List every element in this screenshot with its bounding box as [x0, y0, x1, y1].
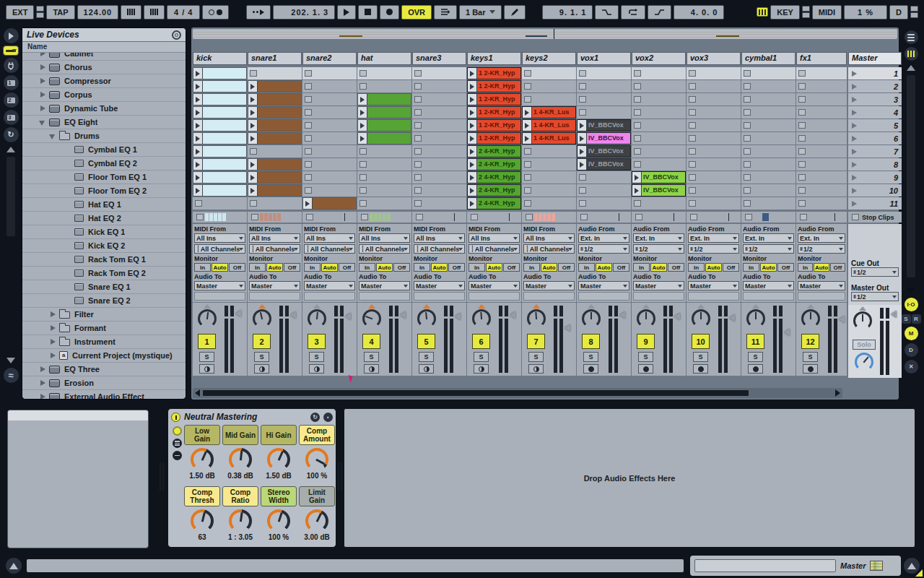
solo-button[interactable]: S	[254, 352, 269, 362]
input-type-select[interactable]: Ext. In	[578, 233, 629, 243]
monitor-off-button[interactable]: Off	[229, 263, 245, 272]
clip-play-button[interactable]	[248, 120, 258, 131]
clip-slot[interactable]	[741, 106, 796, 118]
monitor-off-button[interactable]: Off	[613, 263, 629, 272]
clip[interactable]: 1 2-KR_Hyp	[467, 80, 521, 92]
clip-stop-button[interactable]	[744, 109, 751, 116]
clip-slot[interactable]	[193, 197, 247, 210]
clip-slot[interactable]: 1 2-KR_Hyp	[467, 67, 521, 79]
clip-slot[interactable]	[796, 119, 847, 131]
macro-knob[interactable]	[229, 509, 252, 532]
macro-knob[interactable]	[267, 448, 290, 471]
track-status-row[interactable]	[522, 212, 576, 223]
clip-stop-button[interactable]	[579, 70, 586, 77]
clip-stop-button[interactable]	[414, 187, 422, 194]
clip-stop-button[interactable]	[798, 109, 806, 116]
browser-item[interactable]: Cabinet	[22, 53, 186, 61]
scene-scroll-up[interactable]	[907, 65, 915, 71]
scene-row[interactable]: 2	[848, 80, 902, 92]
clip[interactable]: 2 4-KR_Hyp	[467, 145, 521, 158]
clip-stop-button[interactable]	[416, 214, 423, 220]
clip[interactable]: 1 4-KR_Lus	[522, 119, 576, 131]
master-track-header[interactable]: Master	[848, 52, 902, 65]
arm-button[interactable]	[528, 364, 544, 374]
browser-item[interactable]: External Audio Effect	[22, 390, 186, 400]
loop-length-display[interactable]: 4. 0. 0	[674, 5, 724, 20]
volume-fader[interactable]	[554, 306, 563, 373]
clip-play-button[interactable]	[193, 107, 203, 118]
metronome-button[interactable]	[202, 5, 229, 20]
expander-collapsed-icon[interactable]	[39, 53, 47, 58]
clip[interactable]: 2 4-KR_Hyp	[467, 184, 521, 197]
arm-button[interactable]	[199, 364, 214, 374]
clip-slot[interactable]	[577, 67, 631, 79]
solo-button[interactable]: S	[419, 352, 434, 362]
tempo-display[interactable]: 124.00	[77, 5, 119, 20]
clip-stop-button[interactable]	[744, 135, 751, 142]
clip-slot[interactable]	[412, 158, 466, 171]
draw-mode-button[interactable]	[504, 5, 526, 20]
volume-fader[interactable]	[773, 306, 783, 373]
clip-stop-button[interactable]	[689, 83, 696, 90]
clip-stop-button[interactable]	[798, 200, 806, 207]
expander-collapsed-icon[interactable]	[39, 379, 47, 387]
clip-slot[interactable]	[412, 93, 466, 105]
solo-button[interactable]: S	[474, 352, 489, 362]
browser-item[interactable]: EQ Eight	[22, 116, 186, 129]
track-header[interactable]: keys2	[522, 52, 576, 65]
clip-play-button[interactable]	[468, 133, 477, 144]
clip[interactable]: 2 4-KR_Hyp	[467, 171, 521, 184]
clip-stop-button[interactable]	[744, 83, 751, 90]
clip-stop-button[interactable]	[744, 174, 751, 181]
clip-stop-button[interactable]	[798, 135, 806, 142]
monitor-in-button[interactable]: In	[194, 263, 211, 272]
browser-item[interactable]: EQ Three	[22, 363, 186, 376]
horizontal-scroll-thumb[interactable]	[203, 390, 749, 396]
clip-play-button[interactable]	[193, 94, 203, 105]
clip-stop-button[interactable]	[305, 174, 312, 181]
cpu-meter[interactable]: 1 %	[844, 5, 887, 20]
clip-stop-button[interactable]	[196, 214, 204, 220]
clip-stop-button[interactable]	[690, 214, 697, 220]
clip[interactable]: 1 2-KR_Hyp	[467, 93, 521, 105]
clip-play-button[interactable]	[632, 172, 642, 183]
input-channel-select[interactable]: ┊All Channels	[468, 244, 520, 254]
monitor-auto-button[interactable]: Auto	[814, 263, 829, 272]
clip-play-button[interactable]	[358, 120, 367, 131]
monitor-auto-button[interactable]: Auto	[541, 263, 557, 272]
clip-stop-button[interactable]	[359, 83, 367, 90]
monitor-in-button[interactable]: In	[633, 263, 650, 272]
clip[interactable]	[248, 132, 302, 144]
clip-stop-button[interactable]	[689, 70, 696, 77]
computer-midi-keyboard-button[interactable]	[757, 7, 768, 17]
clip-slot[interactable]	[741, 132, 796, 144]
browser-item[interactable]: Hat EQ 1	[22, 198, 186, 212]
monitor-off-button[interactable]: Off	[339, 263, 355, 272]
arm-button[interactable]	[419, 364, 434, 374]
volume-fader[interactable]	[225, 306, 234, 373]
clip-stop-button[interactable]	[305, 83, 312, 90]
clip-stop-button[interactable]	[798, 174, 806, 181]
clip-stop-button[interactable]	[689, 109, 696, 116]
clip-slot[interactable]	[632, 106, 686, 118]
clip[interactable]: 2 4-KR_Hyp	[467, 197, 521, 210]
monitor-off-button[interactable]: Off	[503, 263, 520, 272]
clip-play-button[interactable]	[468, 172, 477, 183]
clip[interactable]: IV_BBCVox	[577, 158, 631, 171]
clip[interactable]	[193, 184, 247, 197]
track-header[interactable]: cymbal1	[741, 52, 796, 65]
clip-stop-button[interactable]	[414, 109, 422, 116]
clip[interactable]: 1 2-KR_Hyp	[467, 106, 521, 118]
clip-stop-button[interactable]	[798, 83, 806, 90]
clip-stop-button[interactable]	[359, 200, 367, 207]
clip-slot[interactable]	[248, 158, 302, 171]
scroll-right-arrow[interactable]	[835, 389, 840, 397]
scene-launch-icon[interactable]	[852, 175, 857, 181]
input-channel-select[interactable]: ‖1/2	[798, 244, 845, 254]
clip-play-button[interactable]	[578, 159, 587, 170]
volume-fader[interactable]	[499, 306, 508, 373]
clip[interactable]: IV_BBCVox	[577, 145, 631, 158]
browser-item[interactable]: Snare EQ 1	[22, 280, 186, 294]
master-solo-button[interactable]: Solo	[853, 340, 876, 350]
stop-clips-row[interactable]: Stop Clips	[848, 212, 902, 223]
